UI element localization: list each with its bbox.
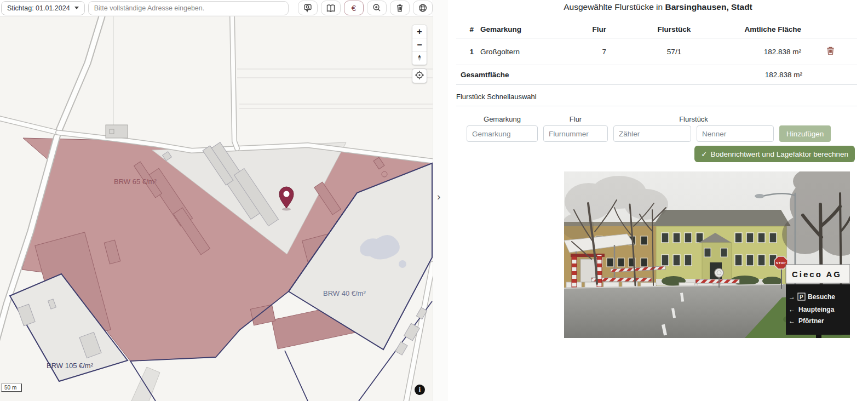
- total-area-row: Gesamtfläche 182.838 m²: [456, 65, 857, 85]
- row-num: 1: [456, 38, 476, 65]
- panel-divider: ›: [433, 0, 448, 401]
- calculate-button[interactable]: ✓Bodenrichtwert und Lagefaktor berechnen: [694, 146, 855, 162]
- brw105-label: BRW 105 €/m²: [47, 362, 94, 370]
- stichtag-label: Stichtag: 01.01.2024: [7, 4, 70, 12]
- geolocate-button[interactable]: [412, 68, 427, 83]
- toolbar-icon-group: €: [298, 1, 433, 15]
- stichtag-select[interactable]: Stichtag: 01.01.2024: [1, 1, 85, 15]
- zoom-out-button[interactable]: −: [412, 38, 427, 51]
- label-gemarkung: Gemarkung: [467, 115, 538, 123]
- app-window: Stichtag: 01.01.2024: [0, 0, 868, 401]
- label-flurstueck: Flurstück: [613, 115, 774, 123]
- col-header-flaeche: Amtliche Fläche: [740, 21, 803, 38]
- compass-south-icon: ▼: [417, 58, 422, 61]
- col-header-num: #: [456, 21, 476, 38]
- title-prefix: Ausgewählte Flurstücke in: [564, 2, 665, 12]
- parking-badge: P: [800, 294, 803, 300]
- sign-arrow-left-icon-2: ←: [789, 317, 795, 325]
- zaehler-input[interactable]: [613, 125, 691, 142]
- zoom-in-button[interactable]: +: [412, 25, 427, 38]
- trash-icon: [826, 49, 835, 57]
- chevron-down-icon: [74, 7, 79, 9]
- flurstueck-panel: Ausgewählte Flurstücke in Barsinghausen,…: [448, 0, 868, 401]
- basemap-button[interactable]: [413, 1, 433, 15]
- flurnummer-input[interactable]: [543, 125, 608, 142]
- map-zoom-control: + − ▲ ▼: [412, 25, 427, 65]
- sign-arrow-right-icon: →: [789, 293, 795, 301]
- col-header-flurstueck: Flurstück: [608, 21, 740, 38]
- clear-map-button[interactable]: [390, 1, 410, 15]
- label-flur: Flur: [543, 115, 608, 123]
- quick-select-form: Gemarkung Flur Flurstück Hinzufügen ✓Bod…: [467, 115, 868, 162]
- open-book-icon: [325, 3, 336, 13]
- gemarkung-input[interactable]: [467, 125, 538, 142]
- address-search-input[interactable]: [88, 1, 289, 15]
- map-canvas[interactable]: BRW 65 €/m² BRW 40 €/m² BRW 105 €/m²: [0, 16, 433, 401]
- row-flaeche: 182.838 m²: [740, 38, 803, 65]
- stop-sign-text: STOP: [776, 261, 786, 265]
- calculate-button-label: Bodenrichtwert und Lagefaktor berechnen: [711, 150, 848, 158]
- check-icon: ✓: [701, 150, 707, 158]
- map-scalebar: 50 m: [1, 383, 22, 392]
- col-header-gemarkung: Gemarkung: [476, 21, 574, 38]
- sign-line3-text: Pförtner: [798, 317, 824, 325]
- total-area-value: 182.838 m²: [765, 71, 802, 79]
- sign-arrow-left-icon: ←: [789, 306, 795, 313]
- sign-line1-text: Besuche: [808, 293, 835, 301]
- zoom-search-button[interactable]: [367, 1, 387, 15]
- table-row: 1 Großgoltern 7 57/1 182.838 m²: [456, 38, 857, 65]
- title-city: Barsinghausen, Stadt: [665, 2, 752, 12]
- delete-row-button[interactable]: [825, 45, 836, 58]
- map-pane: Stichtag: 01.01.2024: [0, 0, 433, 401]
- col-header-flur: Flur: [574, 21, 608, 38]
- flurstueck-table: # Gemarkung Flur Flurstück Amtliche Fläc…: [456, 21, 857, 65]
- row-flurstueck: 57/1: [608, 38, 740, 65]
- quick-select-heading: Flurstück Schnellauswahl: [456, 93, 857, 106]
- add-flurstueck-button[interactable]: Hinzufügen: [779, 125, 831, 142]
- map-toolbar: Stichtag: 01.01.2024: [0, 0, 433, 16]
- property-photo: STOP Cieco AG → P Besuche ← Haupteinga: [564, 171, 850, 338]
- globe-icon: [417, 3, 428, 13]
- page-title: Ausgewählte Flurstücke in Barsinghausen,…: [448, 2, 868, 12]
- collapse-chevron-icon[interactable]: ›: [437, 191, 440, 203]
- locate-address-button[interactable]: [298, 1, 318, 15]
- map-info-button[interactable]: i: [415, 385, 425, 395]
- location-search-icon: [302, 3, 313, 13]
- bodenrichtwert-euro-button[interactable]: €: [344, 1, 364, 15]
- target-icon: [415, 70, 424, 82]
- row-flur: 7: [574, 38, 608, 65]
- magnifier-plus-icon: [371, 3, 382, 13]
- table-header-row: # Gemarkung Flur Flurstück Amtliche Fläc…: [456, 21, 857, 38]
- sign-line2-text: Haupteinga: [798, 306, 835, 313]
- nenner-input[interactable]: [697, 125, 774, 142]
- roadside-building: [106, 125, 128, 138]
- euro-icon: €: [352, 4, 356, 12]
- atlas-button[interactable]: [321, 1, 341, 15]
- total-area-label: Gesamtfläche: [456, 71, 509, 79]
- brw40-label: BRW 40 €/m²: [323, 289, 366, 297]
- brw65-label: BRW 65 €/m²: [114, 177, 157, 186]
- company-sign: Cieco AG → P Besuche ← Haupteinga ← Pför…: [786, 265, 850, 338]
- trash-icon: [394, 3, 405, 13]
- compass-control[interactable]: ▲ ▼: [412, 51, 427, 65]
- row-gemarkung: Großgoltern: [476, 38, 574, 65]
- company-sign-title: Cieco AG: [792, 270, 842, 279]
